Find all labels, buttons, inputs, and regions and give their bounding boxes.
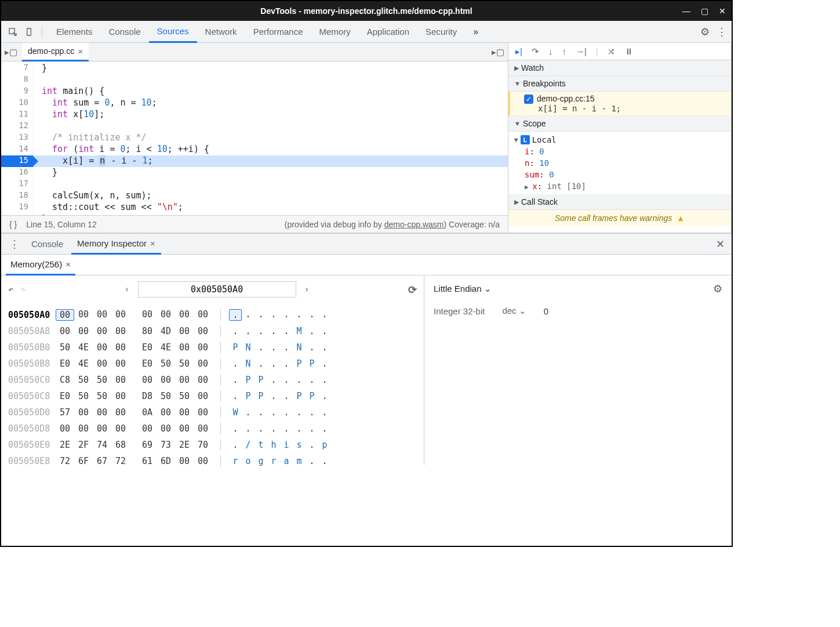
editor-statusbar: { } Line 15, Column 12 (provided via deb…: [1, 215, 508, 233]
tab-memory[interactable]: Memory: [311, 21, 359, 43]
svg-rect-1: [27, 28, 31, 35]
next-page-icon[interactable]: ›: [304, 284, 310, 295]
address-input[interactable]: [138, 281, 296, 298]
kebab-icon[interactable]: ⋮: [717, 26, 727, 38]
memory-row[interactable]: 005050C0C850500000000000.PP.....: [8, 372, 417, 388]
collapse-icon[interactable]: ▸▢: [492, 47, 504, 57]
scope-local[interactable]: ▼LLocal: [514, 134, 725, 146]
endian-select[interactable]: Little Endian ⌄: [434, 284, 492, 294]
tab-elements[interactable]: Elements: [48, 21, 101, 43]
breakpoint-code: x[i] = n - i - 1;: [524, 104, 725, 113]
scope-var[interactable]: n: 10: [514, 157, 725, 169]
scope-header[interactable]: ▼Scope: [508, 116, 731, 132]
memory-interpret-pane: Little Endian ⌄ ⚙ Integer 32-bit dec ⌄ 0: [424, 276, 732, 465]
drawer-close-icon[interactable]: ✕: [716, 238, 727, 251]
main-tabs: Elements Console Sources Network Perform…: [48, 21, 486, 42]
interpret-type: Integer 32-bit: [434, 306, 485, 316]
callstack-header[interactable]: ▶Call Stack: [508, 194, 731, 210]
interpret-value: 0: [544, 306, 548, 316]
memory-row[interactable]: 005050E02E2F746869732E70./this.p: [8, 437, 417, 453]
minimize-icon[interactable]: —: [682, 6, 690, 16]
resume-icon[interactable]: ▸|: [515, 46, 522, 57]
undo-icon[interactable]: ↶: [8, 284, 13, 295]
breakpoint-checkbox[interactable]: ✓: [524, 95, 533, 104]
interpret-format-select[interactable]: dec ⌄: [502, 306, 526, 316]
memory-settings-icon[interactable]: ⚙: [713, 282, 722, 295]
tab-application[interactable]: Application: [359, 21, 417, 43]
deactivate-breakpoints-icon[interactable]: ⤭: [608, 46, 615, 57]
breakpoints-header[interactable]: ▼Breakpoints: [508, 76, 731, 92]
refresh-icon[interactable]: ⟳: [408, 284, 417, 296]
titlebar: DevTools - memory-inspector.glitch.me/de…: [1, 1, 732, 21]
main-toolbar: Elements Console Sources Network Perform…: [1, 21, 732, 43]
show-navigator-icon[interactable]: ▸▢: [5, 47, 17, 57]
inspect-icon[interactable]: [6, 25, 20, 39]
memory-row[interactable]: 005050D0570000000A000000W.......: [8, 404, 417, 421]
memory-row[interactable]: 005050A800000000804D0000.....M..: [8, 323, 417, 339]
step-icon[interactable]: →|: [576, 46, 587, 56]
tab-performance[interactable]: Performance: [245, 21, 311, 43]
debug-pane: ▸| ↷ ↓ ↑ →| | ⤭ ⏸ ▶Watch ▼Breakpoints ✓d…: [508, 43, 732, 233]
drawer: ⋮ Console Memory Inspector× ✕ Memory(256…: [1, 233, 732, 465]
scope-var[interactable]: ▶ x: int [10]: [514, 180, 725, 192]
cursor-position: Line 15, Column 12: [26, 220, 96, 229]
device-icon[interactable]: [22, 25, 36, 39]
close-drawer-tab-icon[interactable]: ×: [150, 238, 155, 248]
editor-tab-name: demo-cpp.cc: [28, 46, 74, 56]
pause-exceptions-icon[interactable]: ⏸: [624, 46, 633, 56]
code-area[interactable]: 7}89int main() {10 int sum = 0, n = 10;1…: [1, 61, 508, 215]
step-out-icon[interactable]: ↑: [562, 46, 566, 56]
editor-tab-active[interactable]: demo-cpp.cc ×: [22, 43, 89, 61]
breakpoint-item[interactable]: ✓demo-cpp.cc:15 x[i] = n - i - 1;: [508, 92, 731, 116]
close-memory-tab-icon[interactable]: ×: [66, 259, 71, 269]
watch-header[interactable]: ▶Watch: [508, 60, 731, 76]
wasm-link[interactable]: demo-cpp.wasm: [384, 220, 444, 229]
settings-icon[interactable]: ⚙: [700, 26, 710, 38]
memory-row[interactable]: 005050B8E04E0000E0505000.N...PP.: [8, 356, 417, 372]
window-title: DevTools - memory-inspector.glitch.me/de…: [260, 6, 472, 16]
close-tab-icon[interactable]: ×: [78, 46, 83, 56]
memory-row[interactable]: 005050E8726F6772616D0000rogram..: [8, 453, 417, 469]
memory-row[interactable]: 005050B0504E0000E04E0000PN...N..: [8, 339, 417, 356]
redo-icon[interactable]: ↷: [20, 284, 26, 295]
tab-network[interactable]: Network: [197, 21, 245, 43]
memory-tab[interactable]: Memory(256)×: [6, 255, 75, 276]
chevron-down-icon: ⌄: [519, 306, 526, 316]
step-into-icon[interactable]: ↓: [548, 46, 553, 56]
drawer-tab-console[interactable]: Console: [26, 234, 69, 255]
tab-console[interactable]: Console: [101, 21, 149, 43]
tab-sources[interactable]: Sources: [149, 21, 197, 43]
step-over-icon[interactable]: ↷: [532, 46, 539, 57]
memory-row[interactable]: 005050A00000000000000000........: [8, 307, 417, 323]
drawer-kebab-icon[interactable]: ⋮: [6, 238, 23, 251]
scope-var[interactable]: i: 0: [514, 146, 725, 157]
drawer-tab-memory-inspector[interactable]: Memory Inspector×: [71, 234, 161, 255]
tab-security[interactable]: Security: [417, 21, 465, 43]
prev-page-icon[interactable]: ‹: [125, 284, 130, 295]
callstack-warning: Some call frames have warnings▲: [508, 210, 731, 226]
debug-toolbar: ▸| ↷ ↓ ↑ →| | ⤭ ⏸: [508, 43, 731, 60]
chevron-down-icon: ⌄: [484, 284, 492, 293]
tabs-overflow-icon[interactable]: »: [465, 21, 486, 43]
memory-hex-view: ↶ ↷ ‹ › ⟳ 005050A00000000000000000......…: [1, 276, 424, 465]
maximize-icon[interactable]: ▢: [701, 6, 708, 16]
editor-pane: ▸▢ demo-cpp.cc × ▸▢ 7}89int main() {10 i…: [1, 43, 508, 233]
scope-var[interactable]: sum: 0: [514, 169, 725, 180]
close-icon[interactable]: ✕: [719, 6, 726, 16]
memory-row[interactable]: 005050C8E0505000D8505000.PP..PP.: [8, 388, 417, 404]
memory-row[interactable]: 005050D80000000000000000........: [8, 421, 417, 437]
